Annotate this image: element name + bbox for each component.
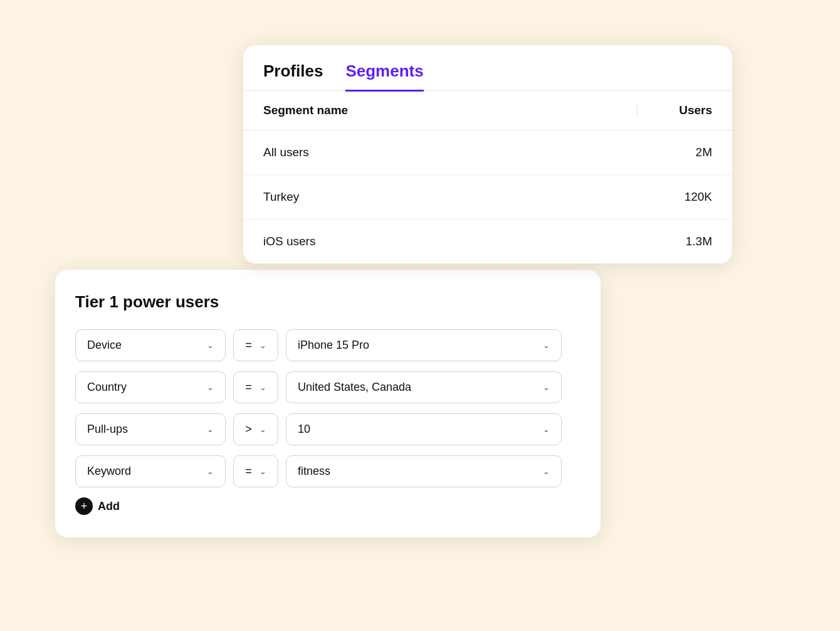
- chevron-icon-pullups: ⌄: [207, 425, 214, 434]
- add-button[interactable]: + Add: [75, 497, 120, 515]
- chevron-icon-op-pullups: ⌄: [260, 425, 266, 434]
- chevron-icon-keyword: ⌄: [207, 467, 214, 476]
- field-select-keyword[interactable]: Keyword ⌄: [75, 455, 226, 487]
- op-select-device[interactable]: = ⌄: [233, 329, 278, 361]
- filter-row-pullups: Pull-ups ⌄ > ⌄ 10 ⌄: [75, 413, 580, 445]
- value-label-device: iPhone 15 Pro: [298, 339, 369, 352]
- op-label-keyword: =: [245, 465, 252, 478]
- row-users-turkey: 120K: [637, 190, 712, 204]
- value-label-country: United States, Canada: [298, 381, 411, 394]
- op-select-country[interactable]: = ⌄: [233, 371, 278, 403]
- field-select-device[interactable]: Device ⌄: [75, 329, 226, 361]
- tab-segments-label: Segments: [345, 61, 423, 80]
- filter-row-country: Country ⌄ = ⌄ United States, Canada ⌄: [75, 371, 580, 403]
- filter-card: Tier 1 power users Device ⌄ = ⌄ iPhone 1…: [55, 270, 601, 538]
- field-select-pullups[interactable]: Pull-ups ⌄: [75, 413, 226, 445]
- col-header-name: Segment name: [263, 103, 637, 117]
- op-label-country: =: [245, 381, 252, 394]
- row-users-ios-users: 1.3M: [637, 235, 712, 248]
- tabs-bar: Profiles Segments: [243, 45, 732, 91]
- chevron-icon-op-keyword: ⌄: [260, 467, 266, 476]
- tab-segments[interactable]: Segments: [345, 61, 423, 92]
- chevron-icon-op-device: ⌄: [260, 341, 266, 350]
- field-label-keyword: Keyword: [87, 465, 131, 478]
- segments-card: Profiles Segments Segment name Users All…: [243, 45, 732, 263]
- filter-card-title: Tier 1 power users: [75, 292, 580, 312]
- tab-profiles[interactable]: Profiles: [263, 61, 323, 92]
- filter-row-device: Device ⌄ = ⌄ iPhone 15 Pro ⌄: [75, 329, 580, 361]
- tab-profiles-label: Profiles: [263, 61, 323, 80]
- value-select-keyword[interactable]: fitness ⌄: [286, 455, 562, 487]
- table-row-ios-users[interactable]: iOS users 1.3M: [243, 220, 732, 263]
- op-label-device: =: [245, 339, 252, 352]
- row-name-all-users: All users: [263, 146, 637, 159]
- filter-row-keyword: Keyword ⌄ = ⌄ fitness ⌄: [75, 455, 580, 487]
- row-name-turkey: Turkey: [263, 190, 637, 204]
- chevron-icon-value-device: ⌄: [543, 341, 550, 350]
- op-select-keyword[interactable]: = ⌄: [233, 455, 278, 487]
- col-header-users: Users: [637, 103, 712, 117]
- field-label-country: Country: [87, 381, 127, 394]
- value-select-country[interactable]: United States, Canada ⌄: [286, 371, 562, 403]
- chevron-icon-country: ⌄: [207, 383, 214, 392]
- row-users-all-users: 2M: [637, 146, 712, 159]
- field-label-device: Device: [87, 339, 122, 352]
- row-name-ios-users: iOS users: [263, 235, 637, 248]
- value-label-keyword: fitness: [298, 465, 330, 478]
- table-row-turkey[interactable]: Turkey 120K: [243, 175, 732, 220]
- value-select-device[interactable]: iPhone 15 Pro ⌄: [286, 329, 562, 361]
- field-select-country[interactable]: Country ⌄: [75, 371, 226, 403]
- chevron-icon-value-country: ⌄: [543, 383, 550, 392]
- chevron-icon-value-pullups: ⌄: [543, 425, 550, 434]
- field-label-pullups: Pull-ups: [87, 423, 128, 436]
- op-label-pullups: >: [245, 423, 252, 436]
- table-row-all-users[interactable]: All users 2M: [243, 130, 732, 175]
- add-icon: +: [75, 497, 93, 515]
- value-select-pullups[interactable]: 10 ⌄: [286, 413, 562, 445]
- add-label: Add: [98, 500, 120, 513]
- table-header: Segment name Users: [243, 91, 732, 130]
- chevron-icon-value-keyword: ⌄: [543, 467, 550, 476]
- op-select-pullups[interactable]: > ⌄: [233, 413, 278, 445]
- chevron-icon-op-country: ⌄: [260, 383, 266, 392]
- value-label-pullups: 10: [298, 423, 310, 436]
- chevron-icon-device: ⌄: [207, 341, 214, 350]
